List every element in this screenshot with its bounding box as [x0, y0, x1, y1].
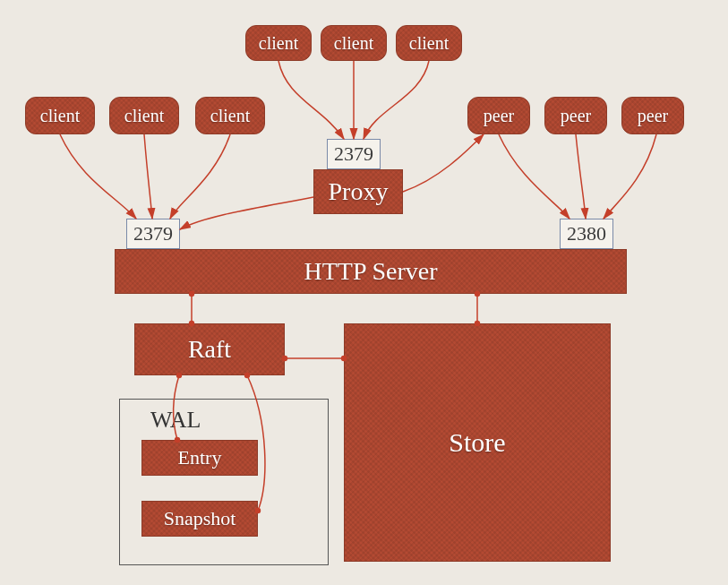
snapshot-box: Snapshot	[141, 501, 258, 537]
client-left-3: client	[195, 97, 265, 134]
peer-1: peer	[467, 97, 530, 134]
port-http-left: 2379	[126, 219, 180, 249]
client-top-1: client	[245, 25, 312, 61]
peer-3: peer	[621, 97, 684, 134]
store-box: Store	[344, 323, 611, 562]
proxy-box: Proxy	[313, 169, 403, 214]
client-top-3: client	[396, 25, 462, 61]
peer-2: peer	[544, 97, 607, 134]
raft-box: Raft	[134, 323, 285, 375]
port-http-right: 2380	[560, 219, 613, 249]
port-proxy: 2379	[327, 139, 381, 169]
wal-title: WAL	[150, 407, 201, 434]
entry-box: Entry	[141, 440, 258, 476]
client-left-1: client	[25, 97, 95, 134]
http-server-box: HTTP Server	[115, 249, 627, 294]
client-left-2: client	[109, 97, 179, 134]
client-top-2: client	[321, 25, 387, 61]
